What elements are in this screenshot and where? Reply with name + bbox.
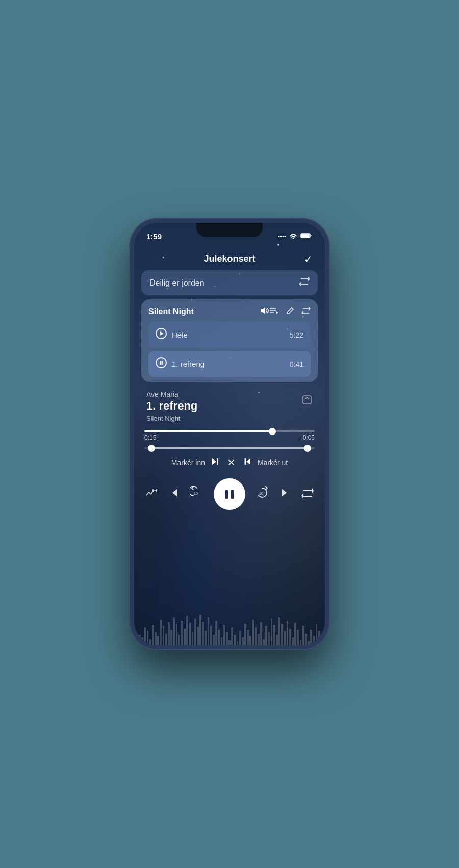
battery-icon — [300, 233, 313, 240]
svg-text:10: 10 — [259, 492, 263, 495]
phone-frame: 1:59 ▪▪▪▪ — [130, 219, 329, 649]
np-current-section: 1. refreng — [146, 399, 197, 413]
section-refreng[interactable]: 1. refreng 0:41 — [148, 351, 311, 377]
progress-track[interactable] — [144, 430, 315, 432]
progress-fill — [144, 430, 272, 432]
pause-icon — [223, 488, 236, 501]
next-button[interactable] — [278, 484, 292, 504]
np-current-song: Silent Night — [146, 415, 197, 422]
status-icons: ▪▪▪▪ — [278, 232, 313, 240]
collapse-button[interactable]: ✓ — [304, 253, 313, 265]
main-content: Julekonsert ✓ Deilig er jorden — [134, 245, 325, 645]
forward-10-button[interactable]: 10 — [252, 482, 272, 506]
repeat-icon-silent-night[interactable] — [301, 307, 311, 316]
play-pause-button[interactable] — [214, 478, 245, 510]
loop-range-container[interactable] — [134, 447, 325, 449]
svg-rect-12 — [217, 458, 218, 465]
svg-rect-19 — [225, 490, 228, 499]
song-title-deilig: Deilig er jorden — [149, 278, 205, 288]
mark-out-label: Markér ut — [258, 458, 288, 467]
song-card-deilig[interactable]: Deilig er jorden — [141, 270, 318, 295]
skip-to-in-button[interactable] — [211, 457, 221, 468]
svg-marker-22 — [282, 489, 287, 497]
progress-times: 0:15 -0:05 — [134, 434, 325, 441]
svg-marker-14 — [246, 458, 250, 465]
svg-marker-17 — [172, 489, 177, 497]
page-header: Julekonsert ✓ — [134, 245, 325, 270]
notch — [196, 223, 263, 237]
time-elapsed: 0:15 — [144, 434, 156, 441]
wifi-icon — [289, 232, 297, 240]
edit-icon[interactable] — [286, 307, 294, 317]
pitch-button[interactable] — [142, 485, 161, 504]
playlist-title: Julekonsert — [203, 253, 255, 264]
pause-icon-refreng — [156, 357, 167, 371]
speaker-icon[interactable] — [261, 307, 270, 317]
markers-row: Markér inn ✕ Markér ut — [134, 453, 325, 472]
song-card-action-icons — [270, 307, 311, 317]
status-time: 1:59 — [146, 232, 162, 241]
loop-thumb-right[interactable] — [304, 445, 311, 452]
np-prev-song: Ave Maria — [146, 390, 197, 398]
svg-rect-1 — [301, 234, 309, 237]
section-hele[interactable]: Hele 5:22 — [148, 322, 311, 348]
svg-rect-9 — [162, 361, 163, 365]
replay-10-button[interactable]: 10 — [187, 482, 207, 506]
section-hele-label: Hele — [172, 330, 290, 339]
loop-fill — [153, 447, 307, 449]
song-card-silent-night: Silent Night — [141, 299, 318, 382]
clear-markers-button[interactable]: ✕ — [227, 457, 235, 468]
queue-icon[interactable] — [270, 307, 279, 316]
mark-in-label: Markér inn — [171, 458, 205, 467]
waveform-display — [134, 615, 325, 645]
section-refreng-label: 1. refreng — [172, 360, 290, 368]
progress-bar-container[interactable] — [134, 430, 325, 432]
section-refreng-duration: 0:41 — [290, 360, 303, 368]
prev-button[interactable] — [167, 484, 181, 504]
skip-to-out-button[interactable] — [241, 457, 251, 468]
svg-point-7 — [156, 358, 166, 368]
phone-screen: 1:59 ▪▪▪▪ — [134, 223, 325, 645]
loop-icon[interactable] — [301, 394, 313, 405]
progress-thumb[interactable] — [269, 428, 276, 435]
playback-controls: 10 10 — [134, 476, 325, 510]
section-hele-duration: 5:22 — [290, 331, 303, 339]
song-list: Deilig er jorden Silent Night — [134, 270, 325, 382]
signal-icon: ▪▪▪▪ — [278, 233, 286, 239]
now-playing-section: Ave Maria 1. refreng Silent Night — [134, 382, 325, 430]
song-title-silent-night: Silent Night — [148, 307, 257, 316]
svg-rect-20 — [231, 490, 234, 499]
loop-track[interactable] — [144, 447, 315, 449]
repeat-button[interactable] — [298, 485, 317, 504]
loop-thumb-left[interactable] — [148, 445, 155, 452]
song-card-header: Silent Night — [148, 307, 311, 317]
play-icon-hele — [156, 328, 167, 342]
repeat-icon-deilig[interactable] — [299, 277, 310, 288]
time-remaining: -0:05 — [301, 434, 315, 441]
svg-rect-13 — [245, 458, 246, 465]
svg-rect-8 — [160, 361, 161, 365]
svg-marker-11 — [212, 458, 216, 465]
svg-marker-6 — [160, 331, 164, 336]
svg-text:10: 10 — [194, 492, 198, 495]
